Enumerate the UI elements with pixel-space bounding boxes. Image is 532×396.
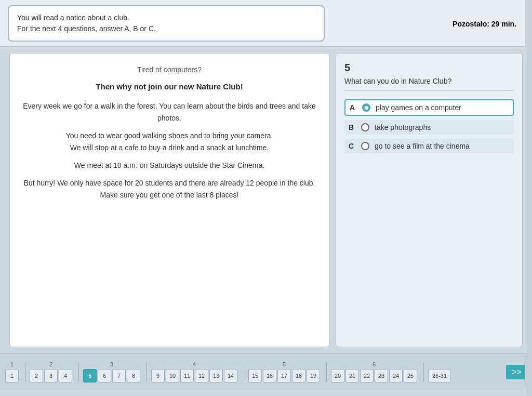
nav-btn-23[interactable]: 23 [375, 369, 388, 382]
nav-btn-26-31[interactable]: 26-31 [428, 369, 451, 382]
passage-para3: We meet at 10 a.m. on Saturdays outside … [22, 160, 316, 171]
question-number: 5 [344, 62, 514, 74]
section-buttons-4: 9 10 11 12 13 14 [151, 369, 237, 382]
nav-btn-14[interactable]: 14 [224, 369, 237, 382]
passage-para1: Every week we go for a walk in the fores… [22, 100, 316, 124]
nav-btn-2[interactable]: 2 [30, 369, 43, 382]
option-a-letter: A [350, 103, 358, 112]
nav-btn-24[interactable]: 24 [389, 369, 403, 382]
divider-1 [25, 363, 25, 381]
section-group-6: 6 20 21 22 23 24 25 [331, 361, 417, 382]
section-buttons-7: 26-31 [428, 369, 451, 382]
option-c-text: go to see a film at the cinema [375, 142, 470, 150]
bottom-nav: 1 1 2 2 3 4 3 5 6 7 8 4 9 10 11 12 [0, 353, 532, 390]
nav-btn-22[interactable]: 22 [360, 369, 374, 382]
radio-a-inner [365, 106, 368, 110]
nav-btn-12[interactable]: 12 [195, 369, 208, 382]
option-b-text: take photographs [375, 123, 431, 131]
section-buttons-1: 1 [5, 369, 19, 382]
option-c-letter: C [349, 142, 357, 150]
timer-label: Pozostało: [453, 20, 489, 28]
nav-btn-13[interactable]: 13 [209, 369, 223, 382]
instruction-line2: For the next 4 questions, answer A, B or… [17, 23, 315, 34]
option-a[interactable]: A play games on a computer [344, 99, 514, 116]
nav-btn-6[interactable]: 6 [98, 369, 111, 382]
section-label-2: 2 [49, 361, 52, 367]
nav-btn-9[interactable]: 9 [151, 369, 165, 382]
section-label-7 [438, 361, 440, 367]
nav-btn-1[interactable]: 1 [5, 369, 19, 382]
next-button[interactable]: >> [506, 365, 527, 379]
top-bar: You will read a notice about a club. For… [0, 0, 532, 47]
nav-btn-20[interactable]: 20 [331, 369, 344, 382]
passage-para4: But hurry! We only have space for 20 stu… [22, 177, 316, 201]
section-group-3: 3 5 6 7 8 [83, 361, 140, 382]
option-a-text: play games on a computer [376, 103, 461, 112]
passage-panel: Tired of computers? Then why not join ou… [9, 53, 329, 347]
divider-6 [423, 363, 424, 381]
nav-btn-10[interactable]: 10 [166, 369, 179, 382]
question-panel: 5 What can you do in Nature Club? A play… [336, 53, 523, 347]
nav-btn-21[interactable]: 21 [345, 369, 359, 382]
section-group-2: 2 2 3 4 [30, 361, 72, 382]
section-buttons-2: 2 3 4 [30, 369, 72, 382]
option-b-letter: B [349, 123, 357, 131]
passage-para2: You need to wear good walking shoes and … [22, 130, 316, 153]
nav-btn-15[interactable]: 15 [248, 369, 262, 382]
timer: Pozostało: 29 min. [453, 20, 516, 28]
nav-btn-25[interactable]: 25 [404, 369, 417, 382]
timer-value: 29 min. [491, 20, 516, 28]
section-buttons-3: 5 6 7 8 [83, 369, 140, 382]
main-content: Tired of computers? Then why not join ou… [0, 47, 532, 353]
section-buttons-5: 15 16 17 18 19 [248, 369, 320, 382]
section-buttons-6: 20 21 22 23 24 25 [331, 369, 417, 382]
instructions-box: You will read a notice about a club. For… [8, 5, 325, 42]
nav-btn-18[interactable]: 18 [292, 369, 305, 382]
section-group-4: 4 9 10 11 12 13 14 [151, 361, 237, 382]
radio-c [361, 142, 369, 150]
option-b[interactable]: B take photographs [344, 120, 514, 135]
option-c[interactable]: C go to see a film at the cinema [344, 139, 514, 153]
section-group-5: 5 15 16 17 18 19 [248, 361, 320, 382]
nav-btn-8[interactable]: 8 [127, 369, 140, 382]
section-label-6: 6 [373, 361, 376, 367]
section-label-1: 1 [10, 361, 14, 367]
divider-5 [326, 363, 327, 381]
section-label-4: 4 [193, 361, 196, 367]
radio-a [362, 103, 370, 112]
passage-heading1: Tired of computers? [22, 64, 316, 75]
question-text: What can you do in Nature Club? [344, 77, 514, 91]
nav-btn-17[interactable]: 17 [277, 369, 291, 382]
scrollbar[interactable] [525, 0, 532, 396]
section-group-7: 26-31 [428, 361, 451, 382]
nav-btn-16[interactable]: 16 [263, 369, 276, 382]
nav-btn-4[interactable]: 4 [59, 369, 72, 382]
divider-3 [147, 363, 147, 381]
nav-btn-7[interactable]: 7 [112, 369, 126, 382]
nav-btn-3[interactable]: 3 [44, 369, 58, 382]
section-label-5: 5 [283, 361, 286, 367]
passage-heading2: Then why not join our new Nature Club! [22, 81, 316, 93]
section-label-3: 3 [110, 361, 113, 367]
instruction-line1: You will read a notice about a club. [17, 12, 315, 23]
nav-btn-11[interactable]: 11 [180, 369, 194, 382]
nav-btn-5[interactable]: 5 [83, 369, 97, 382]
section-group-1: 1 1 [5, 361, 19, 382]
nav-btn-19[interactable]: 19 [307, 369, 320, 382]
divider-2 [78, 363, 79, 381]
radio-b [361, 123, 369, 131]
divider-4 [244, 363, 244, 381]
